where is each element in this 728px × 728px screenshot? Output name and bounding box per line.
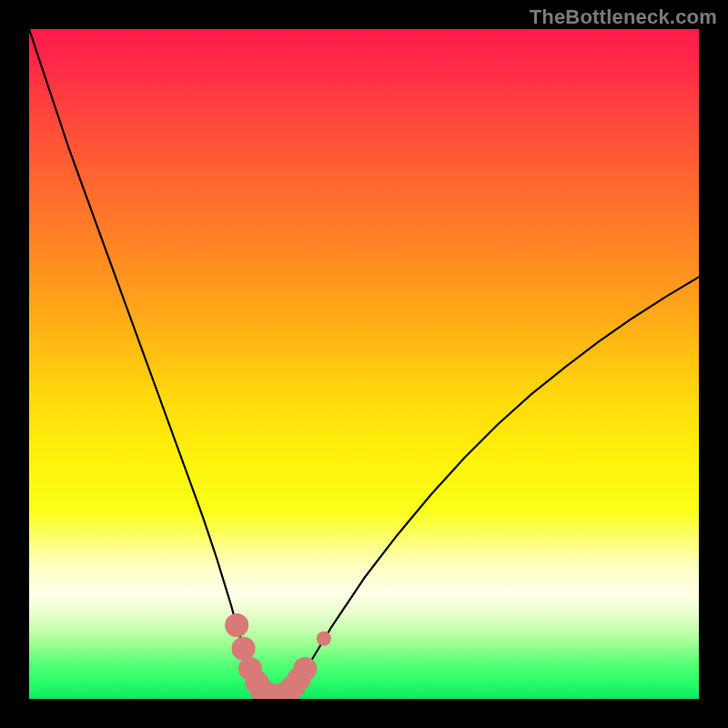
data-marker: [293, 657, 317, 681]
chart-svg: [29, 29, 699, 699]
data-marker: [225, 613, 248, 637]
plot-area: [29, 29, 699, 699]
data-marker: [232, 637, 256, 661]
bottleneck-curve: [29, 29, 699, 696]
watermark-text: TheBottleneck.com: [530, 5, 717, 29]
data-marker: [317, 632, 331, 646]
chart-frame: TheBottleneck.com: [0, 0, 728, 728]
